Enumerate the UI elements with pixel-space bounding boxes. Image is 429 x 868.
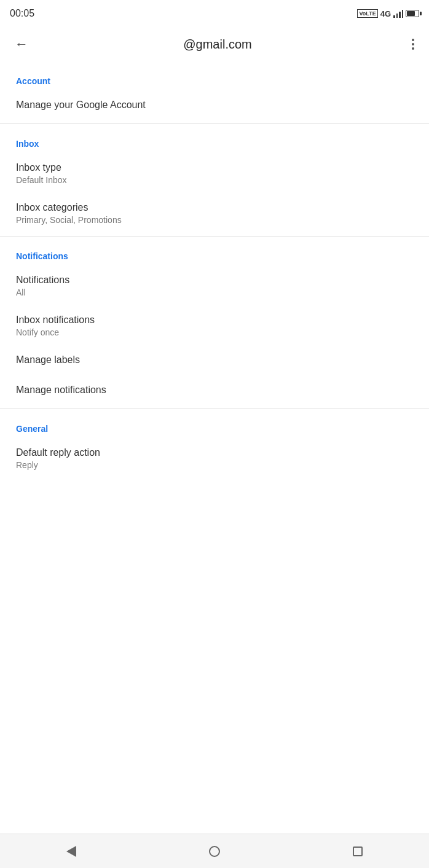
nav-home-button[interactable] bbox=[197, 840, 232, 863]
status-time: 00:05 bbox=[10, 8, 34, 19]
manage-labels-item[interactable]: Manage labels bbox=[0, 346, 429, 376]
divider-account-inbox bbox=[0, 123, 429, 124]
account-section: Account Manage your Google Account bbox=[0, 64, 429, 121]
back-button[interactable]: ← bbox=[10, 31, 33, 57]
inbox-categories-subtitle: Primary, Social, Promotions bbox=[16, 215, 413, 225]
network-icon: 4G bbox=[380, 9, 391, 18]
divider-notifications-general bbox=[0, 409, 429, 409]
manage-google-account-title: Manage your Google Account bbox=[16, 100, 413, 111]
notifications-section: Notifications Notifications All Inbox no… bbox=[0, 239, 429, 406]
dot1 bbox=[412, 39, 414, 41]
notifications-section-header: Notifications bbox=[0, 239, 429, 266]
inbox-categories-title: Inbox categories bbox=[16, 202, 413, 213]
volte-icon: VoLTE bbox=[357, 9, 377, 18]
status-icons: VoLTE 4G bbox=[357, 9, 419, 18]
general-section-header: General bbox=[0, 412, 429, 439]
account-section-header: Account bbox=[0, 64, 429, 91]
recents-square-icon bbox=[353, 846, 363, 856]
manage-google-account-item[interactable]: Manage your Google Account bbox=[0, 91, 429, 121]
notifications-item[interactable]: Notifications All bbox=[0, 266, 429, 306]
dot2 bbox=[412, 43, 414, 45]
inbox-type-subtitle: Default Inbox bbox=[16, 175, 413, 185]
manage-notifications-item[interactable]: Manage notifications bbox=[0, 376, 429, 406]
inbox-categories-item[interactable]: Inbox categories Primary, Social, Promot… bbox=[0, 194, 429, 233]
home-circle-icon bbox=[209, 846, 220, 857]
dot3 bbox=[412, 47, 414, 50]
battery-icon bbox=[406, 10, 419, 17]
inbox-type-title: Inbox type bbox=[16, 162, 413, 173]
back-triangle-icon bbox=[66, 846, 76, 857]
nav-recents-button[interactable] bbox=[340, 840, 375, 862]
default-reply-action-title: Default reply action bbox=[16, 447, 413, 458]
manage-notifications-title: Manage notifications bbox=[16, 385, 413, 396]
inbox-notifications-title: Inbox notifications bbox=[16, 315, 413, 326]
default-reply-action-subtitle: Reply bbox=[16, 460, 413, 470]
more-menu-button[interactable] bbox=[407, 34, 419, 55]
nav-back-button[interactable] bbox=[54, 840, 89, 863]
default-reply-action-item[interactable]: Default reply action Reply bbox=[0, 439, 429, 479]
general-section: General Default reply action Reply bbox=[0, 412, 429, 479]
signal-icon bbox=[393, 9, 403, 18]
notifications-subtitle: All bbox=[16, 287, 413, 297]
inbox-notifications-item[interactable]: Inbox notifications Notify once bbox=[0, 306, 429, 346]
inbox-type-item[interactable]: Inbox type Default Inbox bbox=[0, 154, 429, 194]
status-bar: 00:05 VoLTE 4G bbox=[0, 0, 429, 25]
inbox-notifications-subtitle: Notify once bbox=[16, 327, 413, 337]
divider-inbox-notifications bbox=[0, 236, 429, 237]
app-bar-title: @gmail.com bbox=[33, 37, 402, 52]
settings-content: Account Manage your Google Account Inbox… bbox=[0, 64, 429, 834]
bottom-nav bbox=[0, 834, 429, 868]
notifications-title: Notifications bbox=[16, 275, 413, 286]
inbox-section-header: Inbox bbox=[0, 127, 429, 154]
manage-labels-title: Manage labels bbox=[16, 354, 413, 366]
inbox-section: Inbox Inbox type Default Inbox Inbox cat… bbox=[0, 127, 429, 233]
app-bar: ← @gmail.com bbox=[0, 25, 429, 64]
